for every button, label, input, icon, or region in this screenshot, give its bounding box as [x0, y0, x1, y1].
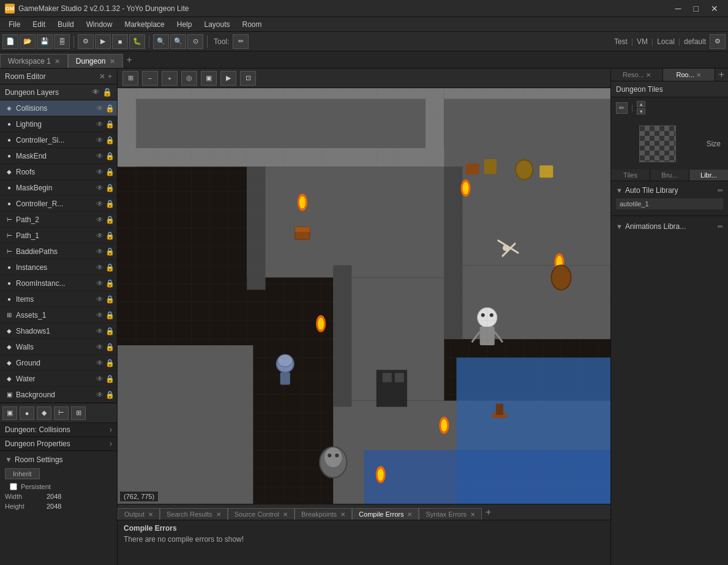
tab-compile-close[interactable]: ✕ — [407, 511, 412, 518]
right-tab-res-close[interactable]: ✕ — [646, 72, 651, 78]
autotile-header[interactable]: ▼ Auto Tile Library ✏ — [616, 184, 723, 197]
size-up-btn[interactable]: ▲ — [637, 101, 645, 107]
layer-path1-lock[interactable]: 🔒 — [105, 231, 114, 240]
layer-background-eye[interactable]: 👁 — [96, 391, 103, 399]
menu-layouts[interactable]: Layouts — [198, 19, 236, 30]
layer-ground-lock[interactable]: 🔒 — [105, 359, 114, 367]
layer-walls-lock[interactable]: 🔒 — [105, 343, 114, 351]
layer-roominst-eye[interactable]: 👁 — [96, 279, 103, 288]
tile-edit-btn[interactable]: ✏ — [616, 102, 628, 114]
layer-roofs-eye[interactable]: 👁 — [96, 168, 103, 176]
right-tab-add[interactable]: + — [715, 69, 728, 81]
sub-tab-tiles[interactable]: Tiles — [611, 170, 650, 181]
persistent-checkbox[interactable] — [10, 483, 17, 490]
zoom-fit-btn[interactable]: ⊙ — [187, 34, 203, 49]
stop-button[interactable]: ■ — [112, 34, 128, 49]
menu-window[interactable]: Window — [80, 19, 119, 30]
tab-breakpoints-close[interactable]: ✕ — [340, 511, 345, 518]
menu-file[interactable]: File — [2, 19, 26, 30]
zoom-in-btn[interactable]: 🔍 — [170, 34, 186, 49]
layer-water-eye[interactable]: 👁 — [96, 375, 103, 383]
inherit-button[interactable]: Inherit — [5, 468, 40, 479]
layer-maskend-lock[interactable]: 🔒 — [105, 152, 114, 160]
layer-ground[interactable]: ◆ Ground 👁 🔒 — [0, 355, 117, 371]
layer-maskbegin[interactable]: ● MaskBegin 👁 🔒 — [0, 180, 117, 196]
tab-workspace1[interactable]: Workspace 1 ✕ — [0, 54, 68, 68]
layer-ctrlsi-lock[interactable]: 🔒 — [105, 136, 114, 144]
layer-ctrlr-lock[interactable]: 🔒 — [105, 200, 114, 208]
layer-baddiepaths[interactable]: ⊢ BaddiePaths 👁 🔒 — [0, 244, 117, 260]
grid-toggle[interactable]: ⊞ — [122, 71, 138, 86]
menu-edit[interactable]: Edit — [26, 19, 51, 30]
bottom-tab-add[interactable]: + — [482, 507, 495, 518]
layer-items[interactable]: ● Items 👁 🔒 — [0, 291, 117, 307]
sub-tab-library[interactable]: Libr... — [689, 170, 728, 181]
layer-instances-lock[interactable]: 🔒 — [105, 263, 114, 272]
layer-collisions-eye[interactable]: 👁 — [96, 104, 103, 113]
panel-close-icon[interactable]: ✕ — [99, 72, 105, 81]
layer-maskbegin-eye[interactable]: 👁 — [96, 184, 103, 192]
add-background-layer[interactable]: ▣ — [2, 406, 17, 420]
right-tab-room[interactable]: Roo... ✕ — [663, 69, 715, 81]
layer-water[interactable]: ◆ Water 👁 🔒 — [0, 371, 117, 387]
layer-walls-eye[interactable]: 👁 — [96, 343, 103, 351]
layer-assets1[interactable]: ⊞ Assets_1 👁 🔒 — [0, 307, 117, 323]
layer-baddiepaths-lock[interactable]: 🔒 — [105, 247, 114, 256]
layer-path2[interactable]: ⊢ Path_2 👁 🔒 — [0, 212, 117, 228]
room-settings-title[interactable]: ▼ Room Settings — [5, 454, 112, 466]
pencil-tool[interactable]: ✏ — [233, 34, 249, 49]
minimize-button[interactable]: ─ — [670, 2, 686, 15]
layer-items-lock[interactable]: 🔒 — [105, 295, 114, 304]
layer-baddiepaths-eye[interactable]: 👁 — [96, 247, 103, 256]
layer-ground-eye[interactable]: 👁 — [96, 359, 103, 367]
debug-button[interactable]: 🐛 — [129, 34, 145, 49]
room-canvas[interactable]: (762, 775) — [118, 88, 610, 504]
tab-source-control[interactable]: Source Control ✕ — [228, 508, 295, 520]
zoom-out-canvas[interactable]: − — [142, 71, 158, 86]
layer-path1-eye[interactable]: 👁 — [96, 231, 103, 240]
tab-output[interactable]: Output ✕ — [118, 508, 160, 520]
open-button[interactable]: 📂 — [20, 34, 36, 49]
layer-path2-eye[interactable]: 👁 — [96, 215, 103, 224]
zoom-in-canvas[interactable]: + — [162, 71, 178, 86]
settings-icon[interactable]: ⚙ — [710, 34, 726, 49]
tab-breakpoints[interactable]: Breakpoints ✕ — [295, 508, 352, 520]
layer-ctrlsi-eye[interactable]: 👁 — [96, 136, 103, 144]
tab-search-close[interactable]: ✕ — [216, 511, 221, 518]
layer-controller-r[interactable]: ● Controller_R... 👁 🔒 — [0, 196, 117, 212]
tab-dungeon-close[interactable]: ✕ — [110, 58, 115, 65]
context-chevron[interactable]: › — [110, 425, 112, 434]
play-canvas[interactable]: ▶ — [220, 71, 236, 86]
autotile-item-1[interactable]: autotile_1 — [616, 198, 723, 209]
anim-edit-icon[interactable]: ✏ — [718, 223, 723, 231]
new-button[interactable]: 📄 — [2, 34, 18, 49]
layer-background-lock[interactable]: 🔒 — [105, 391, 114, 399]
layer-maskbegin-lock[interactable]: 🔒 — [105, 184, 114, 192]
layer-water-lock[interactable]: 🔒 — [105, 375, 114, 383]
maximize-button[interactable]: □ — [689, 2, 704, 15]
dungeon-props-chevron[interactable]: › — [110, 440, 112, 448]
zoom-out-btn[interactable]: 🔍 — [153, 34, 169, 49]
autotile-edit-icon[interactable]: ✏ — [718, 187, 723, 195]
run-button[interactable]: ▶ — [95, 34, 111, 49]
canvas-extra[interactable]: ⊡ — [240, 71, 256, 86]
layer-ctrlr-eye[interactable]: 👁 — [96, 200, 103, 208]
build-button[interactable]: ⚙ — [78, 34, 94, 49]
menu-help[interactable]: Help — [171, 19, 198, 30]
menu-room[interactable]: Room — [236, 19, 268, 30]
save-button[interactable]: 💾 — [37, 34, 53, 49]
layer-assets1-eye[interactable]: 👁 — [96, 311, 103, 320]
layer-lighting-eye[interactable]: 👁 — [96, 120, 103, 129]
layer-items-eye[interactable]: 👁 — [96, 295, 103, 304]
layer-instances[interactable]: ● Instances 👁 🔒 — [0, 260, 117, 275]
layer-shadows1-lock[interactable]: 🔒 — [105, 327, 114, 335]
layer-lighting[interactable]: ● Lighting 👁 🔒 — [0, 116, 117, 132]
panel-add-icon[interactable]: + — [108, 72, 112, 81]
add-instance-layer[interactable]: ● — [20, 406, 34, 420]
add-path-layer[interactable]: ⊢ — [54, 406, 69, 420]
layer-background[interactable]: ▣ Background 👁 🔒 — [0, 387, 117, 403]
layer-roominstances[interactable]: ● RoomInstanc... 👁 🔒 — [0, 275, 117, 291]
size-down-btn[interactable]: ▼ — [637, 108, 645, 114]
tab-search-results[interactable]: Search Results ✕ — [160, 508, 228, 520]
sub-tab-brushes[interactable]: Bru... — [650, 170, 689, 181]
